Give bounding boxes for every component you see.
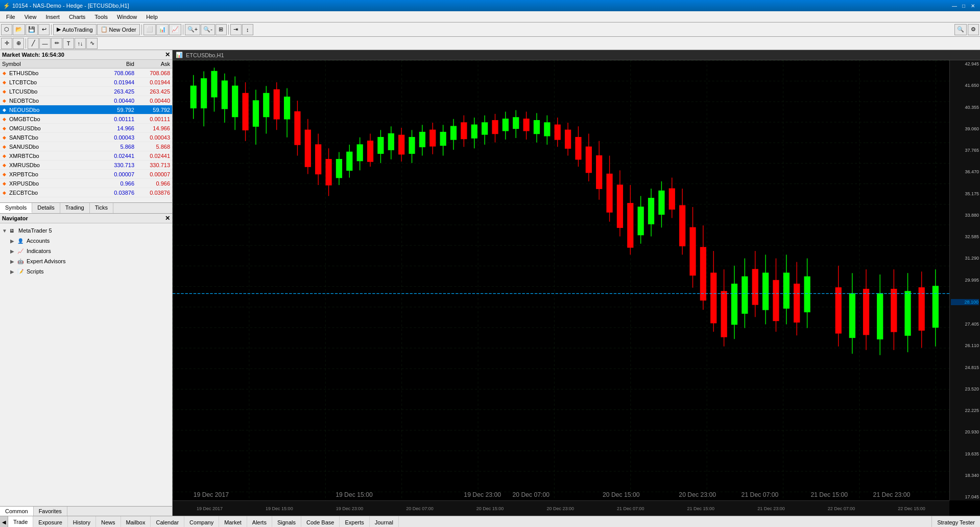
- strategy-tester-button[interactable]: Strategy Tester: [931, 516, 980, 528]
- channel-button[interactable]: ∿: [86, 38, 98, 49]
- svg-rect-139: [933, 286, 938, 327]
- chart-candle-button[interactable]: 📊: [156, 24, 169, 35]
- price-scale: 42.945 41.650 40.355 39.060 37.765 36.47…: [949, 60, 980, 500]
- tree-expand-icon: ▶: [10, 248, 17, 254]
- market-watch-row[interactable]: ◆ XRPUSDbo 0.966 0.966: [0, 179, 172, 188]
- tab-alerts[interactable]: Alerts: [247, 516, 272, 528]
- navigator-item[interactable]: ▶ 👤 Accounts: [0, 236, 172, 246]
- autotrading-button[interactable]: ▶ AutoTrading: [53, 24, 97, 35]
- menu-charts[interactable]: Charts: [65, 13, 89, 21]
- tab-trading[interactable]: Trading: [60, 203, 90, 213]
- svg-rect-127: [849, 293, 855, 337]
- tab-common[interactable]: Common: [0, 507, 34, 516]
- svg-rect-37: [357, 145, 363, 161]
- chart-line-button[interactable]: 📈: [169, 24, 181, 35]
- undo-button[interactable]: ↩: [38, 24, 50, 35]
- time-label-3: 19 Dec 23:00: [336, 506, 364, 511]
- tab-favorites[interactable]: Favorites: [34, 507, 67, 516]
- market-watch-row[interactable]: ◆ SANBTCbo 0.00043 0.00043: [0, 133, 172, 142]
- tab-trade[interactable]: Trade: [8, 516, 33, 528]
- tab-ticks[interactable]: Ticks: [90, 203, 113, 213]
- tab-market[interactable]: Market: [219, 516, 247, 528]
- market-watch-row[interactable]: ◆ NEOBTCbo 0.00440 0.00440: [0, 96, 172, 105]
- market-watch-row[interactable]: ◆ SANUSDbo 5.868 5.868: [0, 142, 172, 151]
- market-watch-row[interactable]: ◆ LTCBTCbo 0.01944 0.01944: [0, 78, 172, 87]
- crosshair-button[interactable]: ⊕: [13, 38, 24, 49]
- tab-codebase[interactable]: Code Base: [301, 516, 340, 528]
- tab-history[interactable]: History: [68, 516, 96, 528]
- market-watch-panel: Market Watch: 16:54:30 ✕ Symbol Bid Ask …: [0, 50, 172, 214]
- market-watch-row[interactable]: ◆ LTCUSDbo 263.425 263.425: [0, 87, 172, 96]
- tab-calendar[interactable]: Calendar: [151, 516, 184, 528]
- tab-symbols[interactable]: Symbols: [0, 203, 32, 213]
- tab-news[interactable]: News: [96, 516, 121, 528]
- menu-window[interactable]: Window: [113, 13, 141, 21]
- symbol-icon: ◆: [0, 153, 8, 158]
- market-watch-row[interactable]: ◆ XMRBTCbo 0.02441 0.02441: [0, 151, 172, 161]
- window-controls[interactable]: — □ ✕: [950, 2, 977, 10]
- symbol-ask: 5.868: [136, 144, 172, 150]
- tab-mailbox[interactable]: Mailbox: [121, 516, 151, 528]
- navigator-item[interactable]: ▼ 🖥 MetaTrader 5: [0, 225, 172, 236]
- market-watch-row[interactable]: ◆ ZECBTCbo 0.03876 0.03876: [0, 188, 172, 197]
- chart-bar-button[interactable]: ⬜: [144, 24, 156, 35]
- navigator-tabs: Common Favorites: [0, 506, 172, 516]
- scroll-end-button[interactable]: ⇥: [230, 24, 242, 35]
- menu-help[interactable]: Help: [142, 13, 162, 21]
- menu-file[interactable]: File: [2, 13, 19, 21]
- navigator-item[interactable]: ▶ 🤖 Expert Advisors: [0, 256, 172, 266]
- chart-canvas-wrap[interactable]: 19 Dec 2017 19 Dec 15:00 19 Dec 23:00 20…: [173, 60, 980, 516]
- maximize-button[interactable]: □: [960, 2, 968, 10]
- menu-tools[interactable]: Tools: [90, 13, 112, 21]
- symbol-ask: 0.00440: [136, 98, 172, 104]
- app-icon: ⚡: [3, 3, 10, 9]
- market-watch-row[interactable]: ◆ XRPBTCbo 0.00007 0.00007: [0, 170, 172, 179]
- market-watch-row[interactable]: ◆ OMGUSDbo 14.966 14.966: [0, 124, 172, 133]
- market-watch-row[interactable]: ◆ XMRUSDbo 330.713 330.713: [0, 161, 172, 170]
- zoom-out-button[interactable]: 🔍-: [201, 24, 215, 35]
- navigator-item[interactable]: ▶ 📝 Scripts: [0, 266, 172, 277]
- cursor-button[interactable]: ✛: [1, 38, 12, 49]
- zoom-in-button[interactable]: 🔍+: [185, 24, 200, 35]
- tab-company[interactable]: Company: [184, 516, 219, 528]
- market-watch-close[interactable]: ✕: [165, 51, 170, 58]
- close-button[interactable]: ✕: [969, 2, 977, 10]
- new-chart-button[interactable]: ⬡: [1, 24, 12, 35]
- save-button[interactable]: 💾: [26, 24, 38, 35]
- draw-button[interactable]: ✏: [51, 38, 62, 49]
- price-label-17: 20.930: [951, 429, 979, 434]
- new-order-button[interactable]: 📋 New Order: [97, 24, 140, 35]
- tab-signals[interactable]: Signals: [272, 516, 301, 528]
- open-button[interactable]: 📂: [13, 24, 25, 35]
- autoscroll-button[interactable]: ↕: [242, 24, 253, 35]
- price-label-12: 27.405: [951, 322, 979, 327]
- menu-view[interactable]: View: [20, 13, 41, 21]
- svg-rect-71: [534, 121, 540, 134]
- svg-rect-41: [378, 138, 384, 154]
- line-button[interactable]: ╱: [28, 38, 39, 49]
- market-watch-row[interactable]: ◆ ETHUSDbo 708.068 708.068: [0, 68, 172, 78]
- svg-rect-129: [864, 289, 869, 335]
- minimize-button[interactable]: —: [950, 2, 959, 10]
- toolbox-button[interactable]: ◀: [0, 516, 8, 528]
- search-button[interactable]: 🔍: [954, 24, 967, 35]
- symbol-icon: ◆: [0, 190, 8, 195]
- bottom-tabs-bar: ◀ Trade Exposure History News Mailbox Ca…: [0, 516, 980, 527]
- navigator-close[interactable]: ✕: [165, 215, 170, 222]
- navigator-item[interactable]: ▶ 📈 Indicators: [0, 246, 172, 256]
- market-watch-row[interactable]: ◆ NEOUSDbo 59.792 59.792: [0, 105, 172, 114]
- tab-experts[interactable]: Experts: [340, 516, 369, 528]
- menu-insert[interactable]: Insert: [41, 13, 64, 21]
- fib-button[interactable]: ↑↓: [75, 38, 86, 49]
- market-watch-row[interactable]: ◆ OMGBTCbo 0.00111 0.00111: [0, 114, 172, 124]
- bottom-area: ◀ Trade Exposure History News Mailbox Ca…: [0, 516, 980, 527]
- symbol-icon: ◆: [0, 126, 8, 131]
- settings-button[interactable]: ⚙: [968, 24, 979, 35]
- tab-details[interactable]: Details: [32, 203, 60, 213]
- text-button[interactable]: T: [63, 38, 74, 49]
- hline-button[interactable]: —: [39, 38, 51, 49]
- tab-journal[interactable]: Journal: [370, 516, 399, 528]
- left-panel: Market Watch: 16:54:30 ✕ Symbol Bid Ask …: [0, 50, 173, 516]
- tab-exposure[interactable]: Exposure: [33, 516, 67, 528]
- properties-button[interactable]: ⊞: [216, 24, 227, 35]
